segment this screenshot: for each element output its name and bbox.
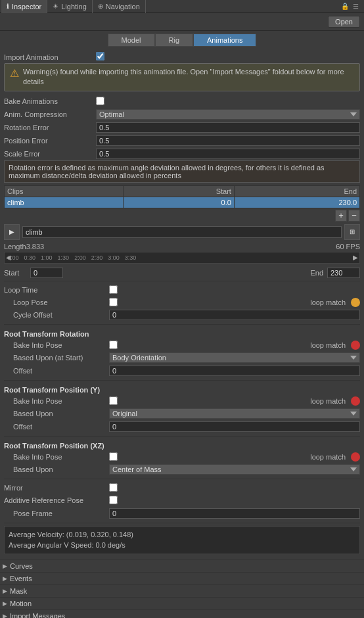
curves-arrow: ▶: [3, 563, 7, 569]
bake-rotation-indicator: [351, 341, 360, 350]
root-transform-position-xz-header: Root Transform Position (XZ): [4, 439, 360, 451]
length-label: Length: [4, 243, 26, 250]
menu-icon[interactable]: ☰: [352, 3, 360, 10]
start-input[interactable]: [30, 268, 63, 278]
expand-mask[interactable]: ▶ Mask: [0, 584, 364, 597]
pose-frame-input[interactable]: [109, 508, 360, 519]
anim-compression-row: Anim. Compression Optimal Off Keyframe R…: [4, 108, 360, 121]
bake-animations-checkbox[interactable]: [96, 97, 104, 105]
offset-rotation-input[interactable]: [109, 366, 360, 376]
bake-animations-value: [96, 97, 360, 107]
sub-tabs: Model Rig Animations: [4, 34, 360, 47]
clip-settings-button[interactable]: ⊞: [344, 224, 360, 240]
mirror-row: Mirror: [4, 482, 360, 494]
loop-pose-label: Loop Pose: [13, 298, 109, 306]
tab-inspector[interactable]: ℹ Inspector: [1, 0, 47, 13]
bake-rotation-match-label: loop match: [310, 341, 346, 349]
offset-y-label: Offset: [13, 423, 109, 431]
anim-compression-select[interactable]: Optimal Off Keyframe Reduction Optimal: [96, 109, 360, 120]
additive-reference-pose-label: Additive Reference Pose: [4, 496, 109, 504]
expand-events[interactable]: ▶ Events: [0, 572, 364, 584]
bake-pose-xz-label: Bake Into Pose: [13, 453, 109, 461]
bake-animations-row: Bake Animations: [4, 95, 360, 108]
based-upon-y-row: Based Upon Original Center of Mass Feet: [4, 407, 360, 420]
content-area: Model Rig Animations Import Animation ⚠ …: [0, 31, 364, 559]
warning-box: ⚠ Warning(s) found while importing this …: [4, 63, 360, 91]
open-button[interactable]: Open: [328, 16, 360, 28]
timeline[interactable]: ◀ 0:00 0:30 1:00 1:30 2:00 2:30 3:00 3:3…: [4, 252, 360, 264]
sub-tab-animations[interactable]: Animations: [193, 34, 256, 47]
based-upon-y-select[interactable]: Original Center of Mass Feet: [109, 408, 360, 419]
import-animation-row: Import Animation: [4, 51, 360, 63]
based-upon-xz-row: Based Upon Center of Mass Original Feet: [4, 463, 360, 476]
cycle-offset-input[interactable]: [109, 310, 360, 320]
import-animation-checkbox[interactable]: [96, 52, 104, 60]
expand-motion[interactable]: ▶ Motion: [0, 597, 364, 609]
bake-pose-rotation-checkbox[interactable]: [109, 341, 118, 349]
warning-icon: ⚠: [10, 67, 19, 80]
tab-navigation[interactable]: ⊕ Navigation: [93, 0, 146, 13]
add-clip-button[interactable]: +: [335, 210, 347, 222]
import-animation-label: Import Animation: [4, 53, 96, 61]
import-animation-value: [96, 52, 360, 62]
mask-label: Mask: [10, 587, 27, 595]
anim-compression-label: Anim. Compression: [4, 110, 96, 118]
lock-icon[interactable]: 🔒: [340, 3, 350, 10]
tab-controls: 🔒 ☰: [340, 3, 363, 10]
tab-lighting-label: Lighting: [61, 3, 87, 11]
table-row[interactable]: climb 0.0 230.0: [5, 197, 360, 208]
loop-pose-match-label: loop match: [310, 298, 346, 306]
clip-name-cell: climb: [5, 197, 124, 208]
play-button[interactable]: ▶: [4, 224, 20, 240]
bake-rotation-match-group: loop match: [118, 341, 360, 350]
start-label: Start: [4, 269, 30, 277]
tab-lighting[interactable]: ☀ Lighting: [47, 0, 93, 13]
loop-pose-checkbox[interactable]: [109, 298, 118, 306]
loop-pose-indicator: [351, 298, 360, 307]
timeline-markers: 0:00 0:30 1:00 1:30 2:00 2:30 3:00 3:30: [5, 254, 359, 261]
bake-pose-y-checkbox[interactable]: [109, 396, 118, 405]
expand-curves[interactable]: ▶ Curves: [0, 559, 364, 572]
average-angular: Average Angular V Speed: 0.0 deg/s: [9, 540, 355, 551]
loop-time-checkbox[interactable]: [109, 285, 118, 294]
expand-import-messages[interactable]: ▶ Import Messages: [0, 609, 364, 618]
additive-reference-pose-checkbox[interactable]: [109, 496, 118, 504]
timeline-right-arrow[interactable]: ▶: [353, 254, 358, 261]
loop-pose-row: Loop Pose loop match: [4, 297, 360, 308]
root-transform-position-y-header: Root Transform Position (Y): [4, 383, 360, 395]
offset-y-input[interactable]: [109, 421, 360, 432]
clips-table: Clips Start End climb 0.0 230.0: [4, 185, 360, 208]
bake-pose-xz-row: Bake Into Pose loop match: [4, 451, 360, 463]
bake-y-match-label: loop match: [310, 397, 346, 405]
bake-xz-indicator: [351, 452, 360, 462]
mirror-checkbox[interactable]: [109, 483, 118, 492]
remove-clip-button[interactable]: −: [348, 210, 360, 222]
based-upon-xz-select[interactable]: Center of Mass Original Feet: [109, 464, 360, 475]
end-input[interactable]: [327, 268, 360, 278]
bake-y-indicator: [351, 396, 360, 406]
tab-bar: ℹ Inspector ☀ Lighting ⊕ Navigation 🔒 ☰: [0, 0, 364, 13]
curves-label: Curves: [10, 562, 33, 570]
position-error-row: Position Error: [4, 134, 360, 147]
motion-arrow: ▶: [3, 600, 7, 607]
navigation-icon: ⊕: [98, 3, 103, 10]
pose-frame-row: Pose Frame: [4, 507, 360, 520]
additive-reference-pose-row: Additive Reference Pose: [4, 494, 360, 507]
sub-tab-rig[interactable]: Rig: [155, 34, 194, 47]
fps-value: 60 FPS: [336, 243, 360, 250]
cycle-offset-row: Cycle Offset: [4, 308, 360, 321]
clip-name-input[interactable]: [22, 226, 342, 238]
bake-pose-y-row: Bake Into Pose loop match: [4, 395, 360, 407]
position-error-label: Position Error: [4, 137, 96, 145]
scale-error-input[interactable]: [96, 149, 360, 159]
sub-tab-model[interactable]: Model: [108, 34, 155, 47]
rotation-error-input[interactable]: [96, 122, 360, 133]
events-label: Events: [10, 575, 32, 582]
anim-compression-value: Optimal Off Keyframe Reduction Optimal: [96, 109, 360, 120]
motion-label: Motion: [10, 600, 32, 607]
position-error-input[interactable]: [96, 135, 360, 146]
average-velocity: Average Velocity: (0.019, 0.320, 0.148): [9, 529, 355, 540]
based-upon-rotation-select[interactable]: Body Orientation Original: [109, 352, 360, 363]
bake-pose-xz-checkbox[interactable]: [109, 452, 118, 461]
root-transform-rotation-header: Root Transform Rotation: [4, 327, 360, 339]
